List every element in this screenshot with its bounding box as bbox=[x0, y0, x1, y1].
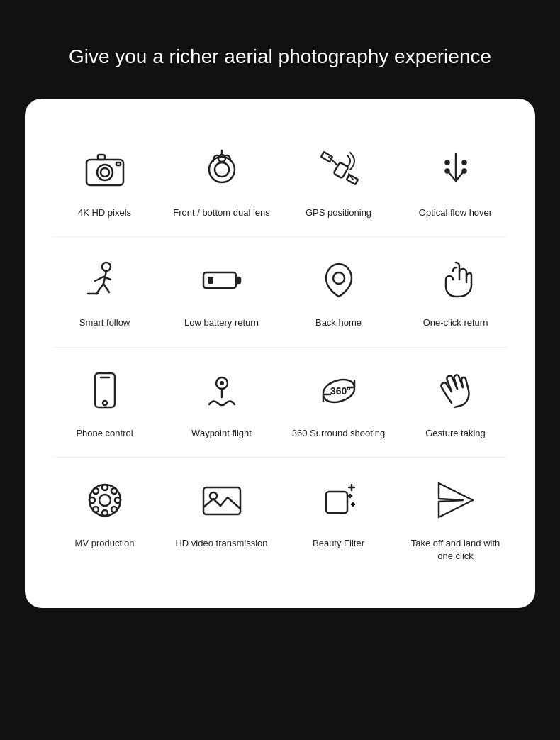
svg-point-30 bbox=[333, 272, 345, 284]
svg-rect-13 bbox=[320, 152, 332, 162]
feature-back-home-label: Back home bbox=[315, 316, 362, 329]
svg-point-42 bbox=[115, 497, 121, 503]
feature-optical-flow: Optical flow hover bbox=[397, 127, 514, 236]
svg-text:360°: 360° bbox=[330, 385, 351, 397]
svg-point-40 bbox=[102, 510, 108, 516]
svg-line-23 bbox=[103, 284, 109, 292]
feature-phone-control-label: Phone control bbox=[76, 427, 133, 440]
feature-one-click-return: One-click return bbox=[397, 237, 514, 346]
feature-smart-follow: Smart follow bbox=[46, 237, 163, 346]
svg-point-16 bbox=[445, 161, 449, 165]
svg-rect-3 bbox=[98, 155, 105, 160]
feature-smart-follow-label: Smart follow bbox=[79, 316, 130, 329]
feature-take-off: Take off and land with one click bbox=[397, 458, 514, 580]
svg-point-35 bbox=[220, 381, 224, 385]
360-icon: 360° bbox=[313, 365, 364, 416]
svg-point-17 bbox=[462, 161, 466, 165]
svg-marker-56 bbox=[439, 483, 473, 517]
battery-icon bbox=[196, 254, 247, 305]
feature-waypoint-label: Waypoint flight bbox=[191, 427, 252, 440]
gps-icon bbox=[313, 144, 364, 195]
svg-point-20 bbox=[102, 263, 111, 271]
feature-takeoff-label: Take off and land with one click bbox=[404, 537, 507, 563]
svg-point-6 bbox=[215, 162, 229, 177]
feature-mv-production: MV production bbox=[46, 458, 163, 580]
svg-point-39 bbox=[102, 485, 108, 490]
feature-surround-shooting: 360° 360 Surround shooting bbox=[280, 348, 397, 457]
beauty-icon bbox=[313, 475, 364, 526]
takeoff-icon bbox=[430, 475, 481, 526]
waypoint-icon bbox=[196, 365, 247, 416]
back-home-icon bbox=[313, 254, 364, 305]
feature-phone-control: Phone control bbox=[46, 348, 163, 457]
svg-point-18 bbox=[445, 170, 449, 173]
svg-rect-47 bbox=[203, 487, 240, 514]
feature-4k-hd-label: 4K HD pixels bbox=[78, 206, 131, 219]
svg-point-44 bbox=[111, 507, 117, 512]
feature-4k-hd: 4K HD pixels bbox=[46, 127, 163, 236]
svg-rect-28 bbox=[236, 277, 240, 283]
svg-point-2 bbox=[101, 168, 109, 177]
svg-point-41 bbox=[89, 497, 95, 503]
feature-hd-video: HD video transmission bbox=[163, 458, 280, 580]
svg-point-43 bbox=[93, 488, 99, 494]
camera-icon bbox=[79, 144, 130, 195]
feature-hd-video-label: HD video transmission bbox=[175, 537, 267, 550]
feature-beauty-label: Beauty Filter bbox=[313, 537, 364, 550]
svg-line-22 bbox=[96, 284, 103, 294]
feature-waypoint-flight: Waypoint flight bbox=[163, 348, 280, 457]
dual-lens-icon bbox=[196, 144, 247, 195]
svg-point-46 bbox=[111, 488, 117, 494]
feature-low-battery-label: Low battery return bbox=[184, 316, 259, 329]
svg-point-45 bbox=[93, 507, 99, 512]
svg-point-32 bbox=[103, 401, 107, 405]
page-title: Give you a richer aerial photography exp… bbox=[69, 43, 491, 70]
svg-rect-4 bbox=[116, 162, 121, 165]
mv-icon bbox=[79, 475, 130, 526]
feature-gps: GPS positioning bbox=[280, 127, 397, 236]
one-click-icon bbox=[430, 254, 481, 305]
phone-icon bbox=[79, 365, 130, 416]
feature-mv-label: MV production bbox=[75, 537, 135, 550]
feature-gps-label: GPS positioning bbox=[306, 206, 371, 219]
feature-low-battery: Low battery return bbox=[163, 237, 280, 346]
feature-beauty-filter: Beauty Filter bbox=[280, 458, 397, 580]
features-grid: 4K HD pixels Front / bottom dual lens bbox=[46, 127, 514, 580]
svg-rect-29 bbox=[208, 277, 213, 284]
feature-one-click-return-label: One-click return bbox=[423, 316, 488, 329]
svg-rect-0 bbox=[86, 160, 123, 185]
svg-point-38 bbox=[99, 495, 111, 506]
svg-rect-10 bbox=[333, 162, 348, 179]
feature-back-home: Back home bbox=[280, 237, 397, 346]
feature-dual-lens-label: Front / bottom dual lens bbox=[173, 206, 270, 219]
svg-point-19 bbox=[462, 170, 466, 173]
feature-dual-lens: Front / bottom dual lens bbox=[163, 127, 280, 236]
features-card: 4K HD pixels Front / bottom dual lens bbox=[25, 99, 535, 608]
svg-rect-49 bbox=[326, 492, 347, 513]
feature-gesture-label: Gesture taking bbox=[425, 427, 486, 440]
feature-surround-label: 360 Surround shooting bbox=[292, 427, 386, 440]
svg-point-1 bbox=[97, 165, 113, 180]
smart-follow-icon bbox=[79, 254, 130, 305]
svg-line-24 bbox=[95, 277, 103, 281]
feature-gesture-taking: Gesture taking bbox=[397, 348, 514, 457]
gesture-icon bbox=[430, 365, 481, 416]
feature-optical-flow-label: Optical flow hover bbox=[419, 206, 492, 219]
hd-video-icon bbox=[196, 475, 247, 526]
optical-flow-icon bbox=[430, 144, 481, 195]
